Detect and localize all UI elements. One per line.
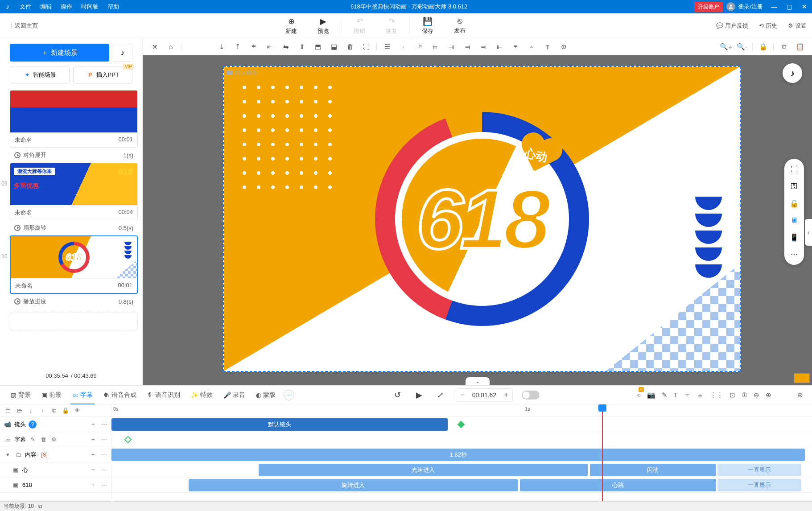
send-back-icon[interactable]: ⬓ (326, 40, 342, 54)
track-add-icon[interactable]: + (91, 482, 98, 488)
track-row-heart[interactable]: ▣心 +⋯ (0, 462, 111, 478)
tabs-more-button[interactable]: ⋯ (284, 390, 294, 400)
track-row-camera[interactable]: 📹镜头? +⋯ (0, 417, 111, 432)
distribute-h-icon[interactable]: ☰ (379, 40, 395, 54)
num-track[interactable]: 旋转进入 心跳 一直显示 (111, 478, 812, 493)
settings-icon[interactable]: ⚙ (50, 436, 58, 443)
canvas-collapse-tab[interactable]: ⌄ (466, 377, 490, 385)
tab-asr[interactable]: 🎙语音识别 (143, 386, 185, 404)
edit-icon[interactable]: ✎ (662, 391, 668, 399)
desktop-view-icon[interactable]: 🖥 (789, 215, 800, 226)
settings-button[interactable]: ⚙设置 (783, 13, 812, 38)
scene-list[interactable]: 未命名00:01 对角展开1(s) 09 潮流大牌等你来 618 多重优惠 惊喜… (0, 90, 142, 368)
snap-toggle[interactable] (522, 391, 540, 400)
flip-h-icon[interactable]: ⇋ (278, 40, 293, 54)
clip-always-2[interactable]: 一直显示 (717, 479, 802, 491)
keyframe-diamond[interactable] (457, 421, 465, 429)
scene-item[interactable]: 未命名00:01 (10, 90, 138, 148)
menu-operate[interactable]: 操作 (56, 0, 77, 13)
help-icon[interactable]: ? (29, 420, 37, 429)
split-icon[interactable]: ⋮⋮ (710, 391, 723, 399)
move-down-icon[interactable]: ↓ (26, 406, 36, 416)
camera-icon[interactable]: 📷 (647, 391, 655, 399)
playhead-handle[interactable] (598, 404, 606, 412)
feedback-button[interactable]: 💬用户反馈 (711, 13, 754, 38)
new-button[interactable]: ⊕新建 (275, 13, 307, 38)
redo-button[interactable]: ↷恢复 (375, 13, 408, 38)
add-folder-icon[interactable]: 🗀 (3, 406, 12, 416)
minimize-button[interactable]: — (767, 0, 782, 13)
avatar-icon[interactable] (726, 2, 735, 11)
canvas-frame[interactable]: 默认镜头 618 心动 (223, 66, 741, 372)
mobile-view-icon[interactable]: 📱 (789, 232, 800, 243)
insert-ppt-button[interactable]: P插入PPTVIP (73, 66, 133, 84)
add-track-icon[interactable]: ⊕ (797, 391, 803, 399)
align-bottom-icon[interactable]: ⤓ (214, 40, 229, 54)
save-button[interactable]: 💾保存 (412, 13, 444, 38)
track-row-subtitle[interactable]: ㏄字幕✎🗑⚙ +⋯ (0, 432, 111, 447)
marker-icon[interactable]: ⊡ (730, 391, 735, 399)
number-icon[interactable]: ① (742, 391, 747, 399)
keyframe-icon[interactable]: ⟐V (637, 391, 641, 399)
align-v-icon[interactable]: ⫣ (444, 40, 459, 54)
center-icon[interactable]: ⊕ (556, 40, 571, 54)
upgrade-button[interactable]: 升级账户 (694, 2, 723, 12)
history-button[interactable]: ⟲历史 (754, 13, 783, 38)
time-minus-button[interactable]: − (456, 391, 469, 399)
scene-transition[interactable]: 播放进度0.8(s) (10, 294, 138, 309)
zoom-in-icon[interactable]: 🔍+ (718, 40, 734, 54)
expand-button[interactable]: ⤢ (434, 389, 447, 401)
music-fab-button[interactable]: ♪ (783, 63, 802, 83)
time-plus-button[interactable]: + (500, 391, 512, 399)
delete-icon[interactable]: 🗑 (39, 436, 47, 443)
align-l-icon[interactable]: ⫠ (396, 40, 411, 54)
content-track[interactable]: 1.62秒 (111, 447, 812, 462)
spread-h-icon[interactable]: ⫨ (524, 40, 539, 54)
clip-rotate-enter[interactable]: 旋转进入 (189, 479, 518, 491)
track-add-icon[interactable]: + (91, 466, 98, 473)
new-folder-icon[interactable]: 🗁 (14, 406, 24, 416)
maximize-button[interactable]: ▢ (782, 0, 797, 13)
clip-always-1[interactable]: 一直显示 (717, 464, 802, 476)
lock-icon[interactable]: 🔒 (61, 406, 70, 416)
bring-front-icon[interactable]: ⬒ (310, 40, 326, 54)
distribute-v-icon[interactable]: ⫤ (460, 40, 475, 54)
track-more-icon[interactable]: ⋯ (101, 482, 107, 488)
side-expand-tab[interactable]: ‹ (805, 219, 812, 246)
font-icon[interactable]: T (674, 391, 678, 399)
mini-preview[interactable] (794, 373, 810, 383)
home-icon[interactable]: ⌂ (163, 40, 178, 54)
tab-foreground[interactable]: ▣前景 (37, 386, 66, 404)
zoom-out-timeline-icon[interactable]: ⊖ (754, 391, 759, 399)
clipboard-icon[interactable]: ⧉ (38, 503, 42, 510)
time-stepper[interactable]: − 00:01.62 + (456, 388, 513, 402)
track-more-icon[interactable]: ⋯ (101, 436, 107, 443)
chevron-down-icon[interactable]: ▾ (4, 451, 12, 458)
menu-timeline[interactable]: 时间轴 (77, 0, 103, 13)
back-home-button[interactable]: 〈返回主页 (0, 13, 40, 38)
visibility-icon[interactable]: 👁 (72, 406, 82, 416)
rewind-button[interactable]: ↺ (392, 389, 404, 401)
align-b-icon[interactable]: ⫧ (508, 40, 523, 54)
align-c-icon[interactable]: ⫡ (412, 40, 427, 54)
align-left-icon[interactable]: ⇤ (262, 40, 277, 54)
tab-background[interactable]: ▨背景 (6, 386, 35, 404)
close-button[interactable]: ✕ (797, 0, 812, 13)
filter-icon[interactable]: ⫧ (684, 391, 691, 399)
align-vcenter-icon[interactable]: ⫩ (246, 40, 261, 54)
add-scene-placeholder[interactable] (10, 313, 138, 330)
menu-file[interactable]: 文件 (15, 0, 36, 13)
zoom-out-icon[interactable]: 🔍- (734, 40, 750, 54)
camera-track[interactable]: 默认镜头 (111, 417, 812, 432)
align-r-icon[interactable]: ⫢ (428, 40, 443, 54)
menu-help[interactable]: 帮助 (103, 0, 124, 13)
clip-heartbeat[interactable]: 心跳 (520, 479, 716, 491)
track-more-icon[interactable]: ⋯ (101, 421, 107, 428)
flip-v-icon[interactable]: ⥯ (294, 40, 309, 54)
heart-track[interactable]: 光速进入 闪动 一直显示 (111, 462, 812, 478)
align-top-icon[interactable]: ⤒ (230, 40, 245, 54)
move-up-icon[interactable]: ↑ (37, 406, 47, 416)
edit-icon[interactable]: ✎ (29, 436, 37, 443)
align-t-icon[interactable]: ⫥ (476, 40, 491, 54)
spread-v-icon[interactable]: ⫪ (540, 40, 555, 54)
